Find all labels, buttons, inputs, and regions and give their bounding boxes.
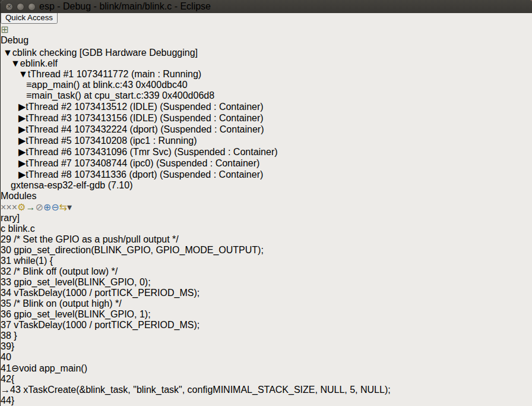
code-text: xTaskCreate(&blink_task, "blink_task", c… — [21, 385, 391, 395]
code-line: 39} — [1, 341, 532, 352]
tree-expanded-icon[interactable]: ▼ — [3, 48, 12, 58]
code-text: vTaskDelay(1000 / portTICK_PERIOD_MS); — [11, 320, 200, 330]
debug-tree-item-label: Thread #6 1073431096 (Tmr Svc) (Suspende… — [28, 147, 278, 157]
collapse-all-icon: ⊖ — [51, 202, 59, 212]
debug-tree-item[interactable]: ▼tThread #1 1073411772 (main : Running) — [1, 69, 532, 80]
selected-module-row[interactable]: rary] — [1, 213, 532, 224]
tree-expanded-icon[interactable]: ▼ — [11, 58, 20, 68]
frame-icon: ≡ — [26, 80, 31, 90]
expand-all-button[interactable]: ⊕ — [43, 202, 51, 212]
line-number: 32 — [1, 266, 11, 276]
expand-all-icon: ⊕ — [43, 202, 51, 212]
line-number-gutter[interactable]: 30 — [1, 245, 11, 255]
line-number-gutter[interactable]: 41⊖ — [1, 363, 19, 373]
tab-blink-c-label: blink.c — [8, 224, 34, 234]
line-number-gutter[interactable]: →43 — [1, 385, 21, 395]
debug-tree-item-label: blink.elf — [26, 58, 58, 68]
window-minimize-icon[interactable] — [17, 3, 24, 11]
line-number: 41 — [1, 363, 11, 373]
line-number-gutter[interactable]: 33 — [1, 277, 11, 287]
line-number-gutter[interactable]: 38 — [1, 331, 11, 341]
tree-expanded-icon[interactable]: ▼ — [18, 69, 28, 79]
code-line: 33 gpio_set_level(BLINK_GPIO, 0); — [1, 277, 532, 288]
debug-tree-item[interactable]: ▶tThread #7 1073408744 (ipc0) (Suspended… — [1, 158, 532, 169]
window-close-icon[interactable]: ✕ — [5, 3, 13, 11]
debug-tree-item[interactable]: ▼eblink.elf — [1, 58, 532, 69]
code-text: /* Blink off (output low) */ — [11, 266, 118, 276]
selected-module-label: rary] — [1, 213, 20, 223]
remove-icon: × — [1, 202, 6, 212]
debug-tree-item[interactable]: ≡main_task() at cpu_start.c:339 0x400d06… — [1, 90, 532, 101]
code-line: 34 vTaskDelay(1000 / portTICK_PERIOD_MS)… — [1, 288, 532, 298]
code-line: 32 /* Blink off (output low) */ — [1, 266, 532, 277]
link-with-debug-button[interactable]: ⇆ — [59, 202, 67, 212]
tab-debug[interactable]: Debug — [1, 35, 532, 46]
debug-tree-item-label: app_main() at blink.c:43 0x400dbc40 — [31, 80, 187, 90]
line-number-gutter[interactable]: 32 — [1, 266, 11, 276]
skip-all-button[interactable]: ⊘ — [35, 202, 43, 212]
open-perspective-button[interactable]: ⊞ — [1, 24, 8, 35]
remove-all-button[interactable]: ×× — [6, 202, 17, 212]
tree-collapsed-icon[interactable]: ▶ — [18, 102, 26, 112]
debug-tree-item[interactable]: ▶tThread #4 1073432224 (dport) (Suspende… — [1, 124, 532, 135]
debug-tree-item[interactable]: ▶tThread #5 1073410208 (ipc1 : Running) — [1, 135, 532, 146]
code-line: 38 } — [1, 331, 532, 341]
quick-access-button[interactable]: Quick Access — [1, 11, 58, 24]
debug-tree-item[interactable]: ≡app_main() at blink.c:43 0x400dbc40 — [1, 80, 532, 90]
code-area[interactable]: 29 /* Set the GPIO as a push/pull output… — [1, 234, 532, 406]
debug-tree-item[interactable]: ▼cblink checking [GDB Hardware Debugging… — [1, 48, 532, 58]
line-number-gutter[interactable]: 40 — [1, 352, 11, 362]
tree-collapsed-icon[interactable]: ▶ — [18, 136, 26, 146]
gdb-icon: g — [11, 180, 16, 190]
code-line: 35 /* Blink on (output high) */ — [1, 298, 532, 309]
debug-tree-item-label: Thread #5 1073410208 (ipc1 : Running) — [28, 136, 197, 146]
debug-tree-item-label: main_task() at cpu_start.c:339 0x400d06d… — [31, 90, 214, 100]
fold-collapse-icon[interactable]: ⊖ — [11, 363, 19, 373]
line-number-gutter[interactable]: 37 — [1, 320, 11, 330]
window-maximize-icon[interactable] — [28, 3, 36, 11]
line-number-gutter[interactable]: 44 — [1, 395, 11, 405]
code-line: 30 gpio_set_direction(BLINK_GPIO, GPIO_M… — [1, 245, 532, 256]
debug-tree-item[interactable]: ▶tThread #3 1073413156 (IDLE) (Suspended… — [1, 112, 532, 124]
tree-collapsed-icon[interactable]: ▶ — [18, 169, 26, 180]
eclipse-window: ✕ esp - Debug - blink/main/blink.c - Ecl… — [0, 0, 532, 406]
show-breakpoints-for-selected-button[interactable]: ⚙ — [17, 202, 26, 212]
tree-collapsed-icon[interactable]: ▶ — [18, 124, 26, 134]
code-text: vTaskDelay(1000 / portTICK_PERIOD_MS); — [11, 288, 200, 298]
debug-tree-item-label: Thread #1 1073411772 (main : Running) — [30, 69, 201, 79]
code-line: 41⊖void app_main() — [1, 363, 532, 374]
collapse-all-button[interactable]: ⊖ — [51, 202, 59, 212]
line-number: 38 — [1, 331, 11, 341]
window-title: esp - Debug - blink/main/blink.c - Eclip… — [39, 1, 211, 12]
tab-debug-label: Debug — [1, 35, 28, 45]
line-number-gutter[interactable]: 42 — [1, 374, 11, 384]
debug-tree-item[interactable]: ▶tThread #8 1073411336 (dport) (Suspende… — [1, 169, 532, 180]
debug-tree-item[interactable]: ▶tThread #2 1073413512 (IDLE) (Suspended… — [1, 101, 532, 112]
tab-blink-c[interactable]: c blink.c — [1, 224, 532, 234]
debug-tree-item[interactable]: gxtensa-esp32-elf-gdb (7.10) — [1, 180, 532, 191]
code-text: } — [11, 395, 14, 405]
line-number-gutter[interactable]: 29 — [1, 234, 11, 244]
line-number-gutter[interactable]: 31 — [1, 256, 11, 266]
tab-modules[interactable]: Modules — [1, 191, 532, 202]
tree-collapsed-icon[interactable]: ▶ — [18, 158, 26, 168]
code-line: 31 while(1) { — [1, 256, 532, 266]
line-number: 44 — [1, 395, 11, 405]
line-number: 35 — [1, 298, 11, 309]
tree-collapsed-icon[interactable]: ▶ — [18, 147, 26, 157]
view-menu-button[interactable]: ▾ — [67, 202, 72, 212]
tree-collapsed-icon[interactable]: ▶ — [18, 113, 26, 123]
show-breakpoints-for-selected-icon: ⚙ — [17, 202, 26, 212]
line-number-gutter[interactable]: 34 — [1, 288, 11, 298]
line-number-gutter[interactable]: 39 — [1, 341, 11, 351]
debug-tree: ▼cblink checking [GDB Hardware Debugging… — [1, 46, 532, 191]
debug-tree-item[interactable]: ▶tThread #6 1073431096 (Tmr Svc) (Suspen… — [1, 146, 532, 158]
code-line: →43 xTaskCreate(&blink_task, "blink_task… — [1, 385, 532, 395]
instruction-pointer-icon: → — [1, 385, 10, 395]
line-number-gutter[interactable]: 36 — [1, 309, 11, 319]
line-number-gutter[interactable]: 35 — [1, 298, 11, 309]
remove-button[interactable]: × — [1, 202, 6, 212]
perspective-bar: Quick Access ⊞ — [1, 11, 532, 35]
go-to-file-button[interactable]: → — [26, 202, 35, 212]
debug-view: Debug ▼cblink checking [GDB Hardware Deb… — [1, 35, 532, 191]
